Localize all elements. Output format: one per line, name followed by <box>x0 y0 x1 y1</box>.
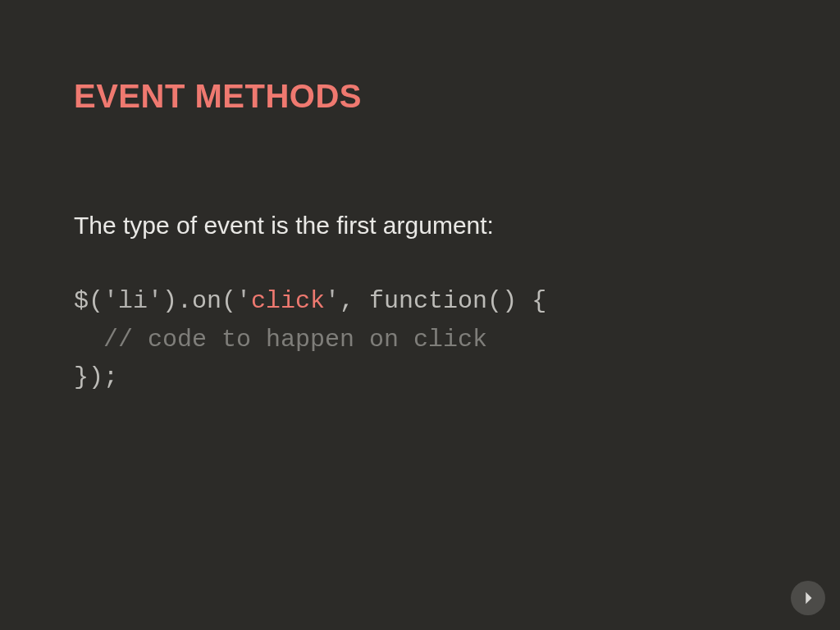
slide: EVENT METHODS The type of event is the f… <box>0 0 840 630</box>
code-quote: ' <box>236 287 251 315</box>
arrow-right-icon <box>799 589 817 607</box>
slide-subtitle: The type of event is the first argument: <box>74 212 766 240</box>
code-token: , function() { <box>340 287 546 315</box>
code-quote: ' <box>325 287 340 315</box>
code-token: }); <box>74 363 118 391</box>
code-token: $( <box>74 287 103 315</box>
code-indent <box>74 326 103 354</box>
code-string: 'li' <box>103 287 162 315</box>
slide-title: EVENT METHODS <box>74 78 766 115</box>
code-block: $('li').on('click', function() { // code… <box>74 282 766 397</box>
next-slide-button[interactable] <box>791 581 825 615</box>
code-highlight: click <box>251 287 325 315</box>
code-comment: // code to happen on click <box>103 326 487 354</box>
code-token: ).on( <box>162 287 236 315</box>
